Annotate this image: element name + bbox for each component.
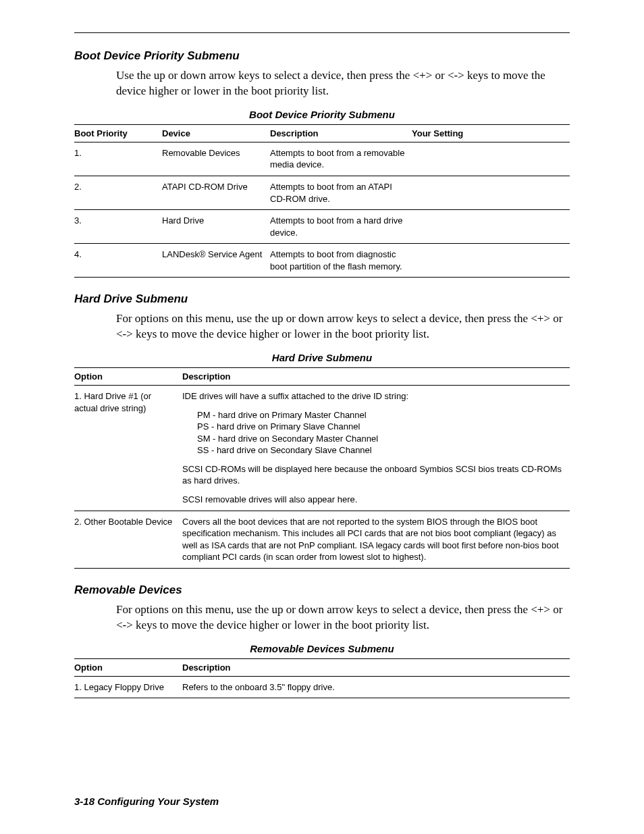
cell: Covers all the boot devices that are not… bbox=[182, 511, 570, 568]
cell bbox=[412, 176, 570, 209]
body-boot-priority: Use the up or down arrow keys to select … bbox=[116, 68, 570, 99]
cell: LANDesk® Service Agent bbox=[162, 244, 270, 278]
table-title-boot-priority: Boot Device Priority Submenu bbox=[74, 109, 570, 120]
desc-p2: SCSI CD-ROMs will be displayed here beca… bbox=[182, 463, 564, 487]
table-header-row: Option Description bbox=[74, 658, 570, 676]
cell: Refers to the onboard 3.5" floppy drive. bbox=[182, 676, 570, 698]
cell: ATAPI CD-ROM Drive bbox=[162, 176, 270, 209]
table-row: 2. ATAPI CD-ROM Drive Attempts to boot f… bbox=[74, 176, 570, 209]
cell: IDE drives will have a suffix attached t… bbox=[182, 386, 570, 511]
cell: Attempts to boot from a removable media … bbox=[270, 142, 412, 176]
heading-boot-priority: Boot Device Priority Submenu bbox=[74, 49, 570, 63]
cell: Attempts to boot from a hard drive devic… bbox=[270, 210, 412, 244]
cell: 4. bbox=[74, 244, 162, 278]
th-your-setting: Your Setting bbox=[412, 124, 570, 142]
cell: Removable Devices bbox=[162, 142, 270, 176]
cell: Attempts to boot from an ATAPI CD-ROM dr… bbox=[270, 176, 412, 209]
th-device: Device bbox=[162, 124, 270, 142]
th-boot-priority: Boot Priority bbox=[74, 124, 162, 142]
table-row: 4. LANDesk® Service Agent Attempts to bo… bbox=[74, 244, 570, 278]
suffix-line: SM - hard drive on Secondary Master Chan… bbox=[197, 434, 378, 444]
table-row: 1. Legacy Floppy Drive Refers to the onb… bbox=[74, 676, 570, 698]
cell: 1. Hard Drive #1 (or actual drive string… bbox=[74, 386, 182, 511]
desc-p3: SCSI removable drives will also appear h… bbox=[182, 494, 564, 506]
table-row: 3. Hard Drive Attempts to boot from a ha… bbox=[74, 210, 570, 244]
page: Boot Device Priority Submenu Use the up … bbox=[0, 0, 644, 834]
table-header-row: Option Description bbox=[74, 368, 570, 386]
page-footer: 3-18 Configuring Your System bbox=[74, 796, 219, 807]
cell bbox=[412, 210, 570, 244]
cell: Attempts to boot from diagnostic boot pa… bbox=[270, 244, 412, 278]
body-removable: For options on this menu, use the up or … bbox=[116, 602, 570, 633]
table-title-hard-drive: Hard Drive Submenu bbox=[74, 352, 570, 363]
table-title-removable: Removable Devices Submenu bbox=[74, 643, 570, 654]
table-row: 1. Hard Drive #1 (or actual drive string… bbox=[74, 386, 570, 511]
cell: 1. Legacy Floppy Drive bbox=[74, 676, 182, 698]
suffix-line: PM - hard drive on Primary Master Channe… bbox=[197, 410, 367, 420]
th-option: Option bbox=[74, 368, 182, 386]
th-option: Option bbox=[74, 658, 182, 676]
desc-intro: IDE drives will have a suffix attached t… bbox=[182, 390, 564, 402]
cell: Hard Drive bbox=[162, 210, 270, 244]
cell bbox=[412, 142, 570, 176]
th-description: Description bbox=[182, 658, 570, 676]
cell: 1. bbox=[74, 142, 162, 176]
desc-suffix-list: PM - hard drive on Primary Master Channe… bbox=[182, 409, 564, 457]
table-row: 2. Other Bootable Device Covers all the … bbox=[74, 511, 570, 568]
table-row: 1. Removable Devices Attempts to boot fr… bbox=[74, 142, 570, 176]
th-description: Description bbox=[182, 368, 570, 386]
body-hard-drive: For options on this menu, use the up or … bbox=[116, 311, 570, 342]
table-boot-priority: Boot Priority Device Description Your Se… bbox=[74, 124, 570, 278]
top-rule bbox=[74, 32, 570, 33]
suffix-line: PS - hard drive on Primary Slave Channel bbox=[197, 421, 360, 432]
table-hard-drive: Option Description 1. Hard Drive #1 (or … bbox=[74, 367, 570, 569]
cell: 2. bbox=[74, 176, 162, 209]
cell bbox=[412, 244, 570, 278]
cell: 3. bbox=[74, 210, 162, 244]
heading-removable: Removable Devices bbox=[74, 583, 570, 597]
table-removable: Option Description 1. Legacy Floppy Driv… bbox=[74, 658, 570, 699]
suffix-line: SS - hard drive on Secondary Slave Chann… bbox=[197, 445, 372, 455]
table-header-row: Boot Priority Device Description Your Se… bbox=[74, 124, 570, 142]
cell: 2. Other Bootable Device bbox=[74, 511, 182, 568]
th-description: Description bbox=[270, 124, 412, 142]
heading-hard-drive: Hard Drive Submenu bbox=[74, 292, 570, 306]
